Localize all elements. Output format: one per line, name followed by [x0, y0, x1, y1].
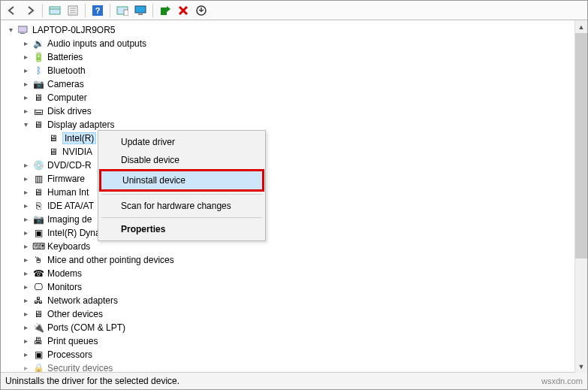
tree-category[interactable]: ▸ ☎ Modems	[5, 267, 587, 280]
scroll-down-icon[interactable]: ▼	[575, 360, 587, 373]
expand-icon[interactable]: ▸	[20, 77, 31, 91]
collapse-icon[interactable]: ▾	[20, 118, 31, 132]
expand-icon[interactable]: ▸	[20, 253, 31, 267]
network-icon: 🖧	[32, 295, 44, 307]
vertical-scrollbar[interactable]: ▲ ▼	[574, 20, 587, 373]
tree-category[interactable]: ▸ ⌨ Keyboards	[5, 240, 587, 253]
tree-category[interactable]: ▸ 📷 Cameras	[5, 77, 587, 91]
tree-device-intel[interactable]: 🖥 Intel(R)	[5, 132, 587, 145]
modem-icon: ☎	[32, 268, 44, 280]
dvd-icon: 💿	[32, 159, 44, 171]
expand-icon[interactable]: ▸	[20, 64, 31, 77]
security-icon: 🔒	[32, 362, 44, 373]
properties-icon[interactable]	[65, 2, 81, 19]
expand-icon[interactable]: ▸	[20, 37, 31, 50]
expand-icon[interactable]: ▸	[20, 104, 31, 118]
svg-rect-9	[124, 10, 128, 16]
svg-rect-10	[135, 6, 146, 13]
expand-icon[interactable]: ▸	[20, 280, 31, 294]
category-label: Imaging de	[47, 213, 95, 226]
scroll-up-icon[interactable]: ▲	[575, 20, 587, 33]
ctx-scan-hardware[interactable]: Scan for hardware changes	[100, 197, 264, 215]
category-label: Other devices	[47, 307, 106, 321]
expand-icon[interactable]: ▸	[20, 226, 31, 240]
ctx-disable-device[interactable]: Disable device	[100, 151, 264, 169]
tree-category[interactable]: ▸ 🔋 Batteries	[5, 50, 587, 64]
expand-icon[interactable]: ▸	[20, 91, 31, 104]
tree-category[interactable]: ▸ 🖧 Network adapters	[5, 294, 587, 307]
root-label: LAPTOP-0LJR9OR5	[32, 23, 119, 37]
tree-category[interactable]: ▸ ▣ Intel(R) Dynamic Platform and Therma…	[5, 226, 587, 240]
tree-category[interactable]: ▸ 🖥 Computer	[5, 91, 587, 104]
ctx-update-driver[interactable]: Update driver	[100, 133, 264, 151]
svg-rect-12	[161, 8, 167, 15]
expand-icon[interactable]: ▸	[20, 213, 31, 226]
back-button[interactable]	[4, 2, 20, 19]
tree-root[interactable]: ▾ LAPTOP-0LJR9OR5	[5, 23, 587, 37]
tree-category[interactable]: ▸ 🖥 Human Int	[5, 186, 587, 199]
expand-icon[interactable]: ▸	[20, 240, 31, 253]
device-label-selected: Intel(R)	[62, 132, 96, 144]
scroll-thumb[interactable]	[575, 33, 587, 258]
category-label: Processors	[47, 348, 95, 361]
computer-icon	[17, 24, 29, 36]
category-label: Monitors	[47, 280, 85, 294]
display-icon: 🖥	[32, 119, 44, 131]
watermark-text: wsxdn.com	[541, 376, 583, 385]
category-label: IDE ATA/AT	[47, 199, 97, 213]
update-driver-icon[interactable]	[157, 2, 173, 19]
tree-category[interactable]: ▸ 🔉 Audio inputs and outputs	[5, 37, 587, 50]
tree-category[interactable]: ▸ 💿 DVD/CD-R	[5, 159, 587, 172]
tree-category-display[interactable]: ▾ 🖥 Display adapters	[5, 118, 587, 132]
expand-icon[interactable]: ▸	[20, 186, 31, 199]
ctx-uninstall-device[interactable]: Uninstall device	[101, 171, 262, 189]
tree-category[interactable]: ▸ 🖵 Monitors	[5, 280, 587, 294]
tree-category[interactable]: ▸ ᛒ Bluetooth	[5, 64, 587, 77]
monitor-icon[interactable]	[132, 2, 149, 19]
tree-category[interactable]: ▸ ▥ Firmware	[5, 172, 587, 186]
collapse-icon[interactable]: ▾	[5, 23, 16, 37]
monitor-icon: 🖵	[32, 281, 44, 293]
tree-category[interactable]: ▸ 🔌 Ports (COM & LPT)	[5, 321, 587, 334]
forward-button[interactable]	[22, 2, 38, 19]
bluetooth-icon: ᛒ	[32, 65, 44, 77]
tree-category[interactable]: ▸ 🔒 Security devices	[5, 361, 587, 373]
expand-icon[interactable]: ▸	[20, 321, 31, 334]
expand-icon[interactable]: ▸	[20, 267, 31, 280]
tree-category[interactable]: ▸ 🖱 Mice and other pointing devices	[5, 253, 587, 267]
expand-icon[interactable]: ▸	[20, 159, 31, 172]
show-hidden-icon[interactable]	[47, 2, 63, 19]
category-label: Computer	[47, 91, 90, 104]
tree-category[interactable]: ▸ 📷 Imaging de	[5, 213, 587, 226]
disable-icon[interactable]	[175, 2, 191, 19]
category-label: Mice and other pointing devices	[47, 253, 177, 267]
tree-device-nvidia[interactable]: 🖥 NVIDIA	[5, 145, 587, 159]
expand-icon[interactable]: ▸	[20, 294, 31, 307]
expand-icon[interactable]: ▸	[20, 199, 31, 213]
tree-category[interactable]: ▸ 🖥 Other devices	[5, 307, 587, 321]
tree-panel: ▾ LAPTOP-0LJR9OR5 ▸ 🔉 Audio inputs and o…	[1, 20, 587, 373]
tree-category[interactable]: ▸ ▣ Processors	[5, 348, 587, 361]
category-label: Audio inputs and outputs	[47, 37, 149, 50]
expand-icon[interactable]: ▸	[20, 361, 31, 373]
tree-category[interactable]: ▸ 🖴 Disk drives	[5, 104, 587, 118]
ctx-properties[interactable]: Properties	[100, 220, 264, 238]
imaging-icon: 📷	[32, 213, 44, 225]
category-label: DVD/CD-R	[47, 159, 95, 172]
firmware-icon: ▥	[32, 173, 44, 185]
expand-icon[interactable]: ▸	[20, 307, 31, 321]
uninstall-icon[interactable]	[193, 2, 210, 19]
status-text: Uninstalls the driver for the selected d…	[5, 376, 179, 386]
expand-icon[interactable]: ▸	[20, 348, 31, 361]
tree-category[interactable]: ▸ 🖶 Print queues	[5, 334, 587, 348]
expand-icon[interactable]: ▸	[20, 50, 31, 64]
scan-hardware-icon[interactable]	[114, 2, 131, 19]
display-adapter-icon: 🖥	[47, 146, 59, 158]
svg-rect-17	[20, 33, 25, 34]
keyboard-icon: ⌨	[32, 240, 44, 252]
tree-category[interactable]: ▸ ⎘ IDE ATA/AT	[5, 199, 587, 213]
expand-icon[interactable]: ▸	[20, 334, 31, 348]
expand-icon[interactable]: ▸	[20, 172, 31, 186]
display-adapter-icon: 🖥	[47, 132, 59, 144]
help-icon[interactable]: ?	[89, 2, 106, 19]
